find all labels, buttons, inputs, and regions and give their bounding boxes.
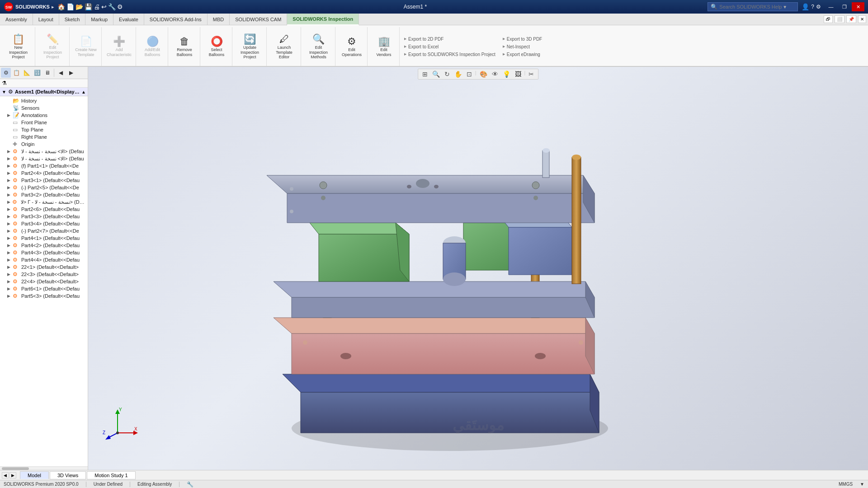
tab-sw-inspection[interactable]: SOLIDWORKS Inspection: [287, 14, 359, 25]
dim-expert-button[interactable]: 🔢: [32, 68, 42, 78]
next-button[interactable]: ▶: [66, 68, 76, 78]
units-dropdown-icon[interactable]: ▼: [860, 482, 864, 487]
restore-button[interactable]: ❐: [838, 2, 851, 11]
edit-inspection-methods-button[interactable]: 🔍 Edit InspectionMethods: [304, 33, 333, 61]
part-label-4: Part2<4> (Default<<Defau: [21, 170, 80, 176]
export-excel-link[interactable]: Export to Excel: [402, 43, 497, 50]
options-icon[interactable]: ⚙: [117, 3, 123, 10]
prev-view-button[interactable]: ◀: [2, 472, 9, 479]
ribbon-close-icon[interactable]: ✕: [858, 15, 866, 23]
tab-assembly[interactable]: Assembly: [0, 14, 33, 25]
open-icon[interactable]: 📂: [75, 3, 83, 10]
add-edit-balloons-button[interactable]: 🔵 Add/EditBalloons: [139, 35, 166, 59]
search-submit-icon[interactable]: ▼: [783, 5, 787, 9]
edit-vendors-button[interactable]: 🏢 EditVendors: [370, 35, 397, 59]
close-button[interactable]: ✕: [852, 2, 864, 11]
list-item[interactable]: ▶ ⚙ Part2<6> (Default<<Defau: [1, 206, 87, 213]
home-icon[interactable]: 🏠: [57, 3, 65, 10]
ribbon-pin-icon[interactable]: 📌: [846, 15, 856, 23]
minimize-button[interactable]: —: [825, 2, 837, 11]
tree-hscrollbar[interactable]: [0, 466, 88, 470]
list-item[interactable]: ▶ ⚙ Part3<4> (Default<<Defau: [1, 220, 87, 227]
list-item[interactable]: ▶ ⚙ (-) Part2<5> (Default<<De: [1, 184, 87, 191]
tree-item-front-plane[interactable]: ▭ Front Plane: [1, 119, 87, 126]
list-item[interactable]: ▶ ⚙ الا> نسخة - نسخة - لا> (Defau: [1, 155, 87, 162]
list-item[interactable]: ▶ ⚙ 22<3> (Default<<Default>: [1, 271, 87, 278]
undo-icon[interactable]: ↩: [101, 3, 107, 10]
print-icon[interactable]: 🖨: [94, 3, 100, 10]
feature-toolbar: ⚙ 📋 📐 🔢 🖥 ◀ ▶: [0, 67, 88, 79]
launch-template-editor-button[interactable]: 🖊 LaunchTemplate Editor: [269, 33, 299, 61]
svg-marker-3: [301, 392, 599, 433]
tree-item-top-plane[interactable]: ▭ Top Plane: [1, 126, 87, 133]
select-balloons-button[interactable]: ⭕ SelectBalloons: [203, 35, 230, 59]
new-icon[interactable]: 📄: [66, 3, 74, 10]
help-icon[interactable]: ?: [811, 4, 814, 10]
tree-item-history[interactable]: 📂 History: [1, 97, 87, 104]
export-2d-pdf-link[interactable]: Export to 2D PDF: [402, 36, 497, 42]
net-inspect-link[interactable]: Net-Inspect: [501, 43, 544, 50]
tab-mbd[interactable]: MBD: [208, 14, 230, 25]
tab-3d-views[interactable]: 3D Views: [50, 471, 86, 479]
help-search-input[interactable]: [719, 4, 783, 9]
list-item[interactable]: ▶ ⚙ (-) Part2<7> (Default<<De: [1, 227, 87, 235]
export-3d-pdf-link[interactable]: Export to 3D PDF: [501, 36, 544, 42]
add-characteristic-button[interactable]: ➕ AddCharacteristic: [104, 35, 134, 59]
export-edrawing-link[interactable]: Export eDrawing: [501, 51, 544, 58]
list-item[interactable]: ▶ ⚙ (f) Part1<1> (Default<<De: [1, 162, 87, 169]
tab-motion-study[interactable]: Motion Study 1: [87, 471, 135, 479]
list-item[interactable]: ▶ ⚙ 22<1> (Default<<Default>: [1, 263, 87, 271]
tree-item-origin[interactable]: ✚ Origin: [1, 141, 87, 148]
edit-operations-button[interactable]: ⚙ EditOperations: [338, 35, 365, 59]
list-item[interactable]: ▶ ⚙ Part2<4> (Default<<Defau: [1, 169, 87, 177]
tree-item-annotations[interactable]: ▶ 📝 Annotations: [1, 112, 87, 119]
export-sw-inspection-link[interactable]: Export to SOLIDWORKS Inspection Project: [402, 51, 497, 58]
viewport[interactable]: ⊞ 🔍 ↻ ✋ ⊡ | 🎨 👁 💡 🖼 | ✂: [88, 67, 868, 470]
list-item[interactable]: ▶ ⚙ Part4<1> (Default<<Defau: [1, 235, 87, 242]
next-view-button[interactable]: ▶: [9, 472, 16, 479]
tree-item-right-plane[interactable]: ▭ Right Plane: [1, 133, 87, 141]
user-icon[interactable]: 👤: [802, 3, 809, 10]
redo-icon[interactable]: 🔧: [108, 3, 116, 10]
list-item[interactable]: ▶ ⚙ 22<4> (Default<<Default>: [1, 278, 87, 285]
tab-cam[interactable]: SOLIDWORKS CAM: [230, 14, 287, 25]
settings-icon[interactable]: ⚙: [816, 4, 821, 10]
list-item[interactable]: ▶ ⚙ Part4<4> (Default<<Defau: [1, 256, 87, 263]
list-item[interactable]: ▶ ⚙ الا> نسخة - نسخة - لا> (Defau: [1, 148, 87, 155]
list-item[interactable]: ▶ ⚙ Part5<3> (Default<<Defau: [1, 292, 87, 300]
configuration-manager-button[interactable]: 📐: [22, 68, 32, 78]
tab-model[interactable]: Model: [20, 471, 49, 479]
feature-manager-button[interactable]: ⚙: [1, 68, 11, 78]
tree-root-scroll-icon[interactable]: ▲: [81, 89, 86, 94]
tree-root[interactable]: ▼ ⚙ Assem1 (Default<Display Stat ▲: [0, 88, 88, 96]
ribbon-collapse-icon[interactable]: 🗗: [824, 15, 833, 23]
remove-balloons-button[interactable]: 🗑 RemoveBalloons: [171, 35, 198, 59]
tab-sketch[interactable]: Sketch: [59, 14, 86, 25]
rebuild-icon[interactable]: 🔧: [187, 481, 193, 488]
list-item[interactable]: ▶ ⚙ Part6<1> (Default<<Defau: [1, 285, 87, 292]
help-search-box[interactable]: 🔍 ▼: [708, 2, 798, 11]
save-icon[interactable]: 💾: [85, 3, 92, 10]
update-inspection-project-button[interactable]: 🔄 Update InspectionProject: [235, 33, 264, 61]
list-item[interactable]: ▶ ⚙ Part4<2> (Default<<Defau: [1, 242, 87, 249]
create-new-template-button[interactable]: 📄 Create NewTemplate: [72, 35, 99, 59]
list-item[interactable]: ▶ ⚙ Part4<3> (Default<<Defau: [1, 249, 87, 256]
prev-button[interactable]: ◀: [56, 68, 66, 78]
tab-addins[interactable]: SOLIDWORKS Add-Ins: [144, 14, 208, 25]
tree-item-sensors[interactable]: 📡 Sensors: [1, 104, 87, 112]
new-inspection-project-button[interactable]: 📋 New InspectionProject: [4, 33, 33, 61]
list-item[interactable]: ▶ ⚙ لا> Γ - نسخة - نسخة - لا> (Defau: [1, 198, 87, 206]
tab-layout[interactable]: Layout: [33, 14, 59, 25]
list-item[interactable]: ▶ ⚙ Part3<2> (Default<<Defau: [1, 191, 87, 198]
tab-evaluate[interactable]: Evaluate: [113, 14, 144, 25]
ribbon-float-icon[interactable]: ⬜: [835, 15, 844, 23]
add-characteristic-label: AddCharacteristic: [107, 47, 132, 57]
display-manager-button[interactable]: 🖥: [42, 68, 52, 78]
edit-inspection-project-button[interactable]: ✏️ Edit InspectionProject: [38, 33, 67, 61]
tab-markup[interactable]: Markup: [85, 14, 113, 25]
list-item[interactable]: ▶ ⚙ Part3<3> (Default<<Defau: [1, 213, 87, 220]
list-item[interactable]: ▶ ⚙ Part3<1> (Default<<Defau: [1, 177, 87, 184]
part-icon-4: ⚙: [13, 170, 20, 176]
filter-icon[interactable]: ⚗: [2, 80, 7, 86]
property-manager-button[interactable]: 📋: [11, 68, 21, 78]
